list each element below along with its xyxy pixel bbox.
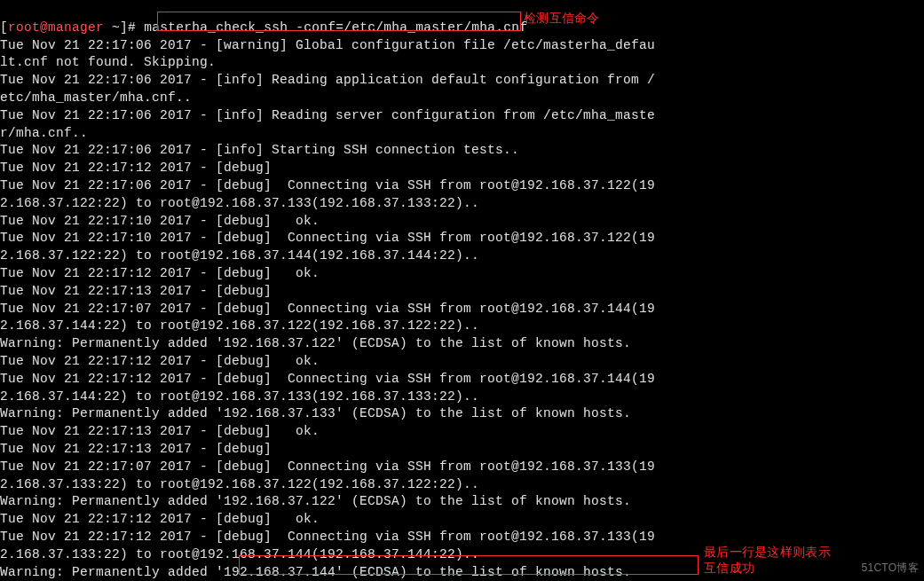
output-line: Tue Nov 21 22:17:06 2017 - [info] Readin… <box>0 73 655 87</box>
output-line: Tue Nov 21 22:17:06 2017 - [debug] Conne… <box>0 178 655 192</box>
output-line: Tue Nov 21 22:17:12 2017 - [debug] ok. <box>0 266 320 280</box>
output-line: Tue Nov 21 22:17:06 2017 - [info] Readin… <box>0 108 655 122</box>
output-line: Tue Nov 21 22:17:07 2017 - [debug] Conne… <box>0 302 655 316</box>
output-line: 2.168.37.122:22) to root@192.168.37.133(… <box>0 196 479 210</box>
output-line: Tue Nov 21 22:17:12 2017 - [debug] ok. <box>0 512 320 526</box>
terminal-output[interactable]: [root@manager ~]# masterha_check_ssh -co… <box>0 0 924 581</box>
output-line: r/mha.cnf.. <box>0 126 88 140</box>
output-line: Tue Nov 21 22:17:12 2017 - [debug] Conne… <box>0 372 655 386</box>
output-line: 2.168.37.133:22) to root@192.168.37.144(… <box>0 547 479 561</box>
output-line: Warning: Permanently added '192.168.37.1… <box>0 494 631 508</box>
output-line: 2.168.37.133:22) to root@192.168.37.122(… <box>0 477 479 491</box>
output-line: Tue Nov 21 22:17:10 2017 - [debug] Conne… <box>0 231 655 245</box>
output-line: Warning: Permanently added '192.168.37.1… <box>0 336 631 350</box>
output-line: Tue Nov 21 22:17:06 2017 - [warning] Glo… <box>0 38 655 52</box>
top-truncated-line <box>0 3 8 17</box>
output-line: Tue Nov 21 22:17:13 2017 - [debug] <box>0 442 280 456</box>
output-line: Tue Nov 21 22:17:13 2017 - [debug] ok. <box>0 424 320 438</box>
prompt-cwd-wrap: ~]# <box>104 20 144 35</box>
output-line: etc/mha_master/mha.cnf.. <box>0 90 192 105</box>
watermark: 51CTO博客 <box>861 560 919 577</box>
command-line: masterha_check_ssh -conf=/etc/mha_master… <box>144 20 527 35</box>
output-line: lt.cnf not found. Skipping. <box>0 55 216 69</box>
output-line: Tue Nov 21 22:17:12 2017 - [debug] ok. <box>0 354 320 368</box>
output-line: Tue Nov 21 22:17:12 2017 - [debug] Conne… <box>0 530 655 544</box>
output-line: 2.168.37.144:22) to root@192.168.37.133(… <box>0 389 479 404</box>
output-line: Warning: Permanently added '192.168.37.1… <box>0 565 631 579</box>
output-line: Tue Nov 21 22:17:12 2017 - [debug] <box>0 161 280 175</box>
output-line: Tue Nov 21 22:17:13 2017 - [debug] <box>0 284 280 298</box>
prompt-user-host: root@manager <box>8 20 104 35</box>
output-line: 2.168.37.144:22) to root@192.168.37.122(… <box>0 318 479 333</box>
annotation-top: 检测互信命令 <box>524 10 600 27</box>
output-line: Tue Nov 21 22:17:07 2017 - [debug] Conne… <box>0 459 655 474</box>
output-line: Warning: Permanently added '192.168.37.1… <box>0 406 631 420</box>
output-line: Tue Nov 21 22:17:10 2017 - [debug] ok. <box>0 214 320 228</box>
output-line: 2.168.37.122:22) to root@192.168.37.144(… <box>0 248 479 263</box>
output-line: Tue Nov 21 22:17:06 2017 - [info] Starti… <box>0 143 519 157</box>
annotation-bottom: 最后一行是这样则表示互信成功 <box>704 545 831 577</box>
prompt-open-bracket: [ <box>0 20 8 35</box>
